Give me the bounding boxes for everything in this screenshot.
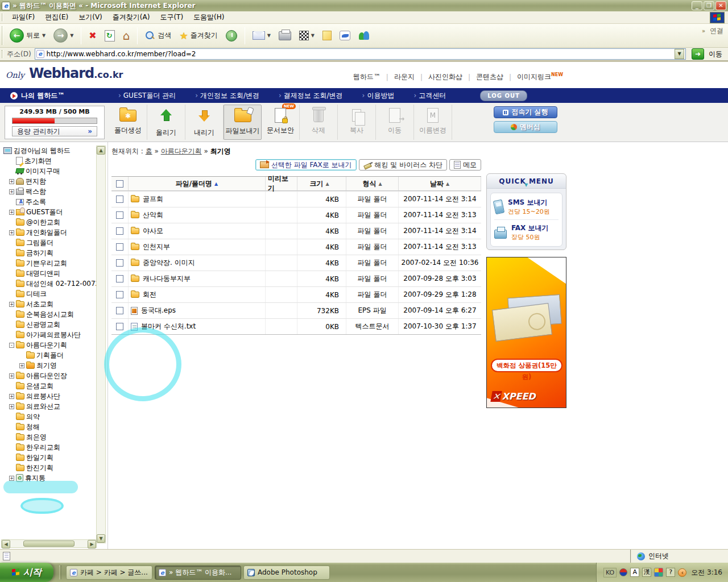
tree-item[interactable]: 초기화면 [1, 156, 97, 166]
checkbox[interactable] [116, 196, 123, 203]
tree-item[interactable]: +서초교회 [1, 299, 97, 309]
membership-button[interactable]: 멤버십 [494, 121, 557, 133]
action-button-5[interactable]: NEW문서보안 [262, 105, 300, 140]
ime-pad-icon[interactable] [654, 568, 663, 577]
file-name-cell[interactable]: 회전 [129, 287, 266, 302]
tree-expander-icon[interactable]: + [9, 404, 14, 409]
edit-button[interactable]: ▼ [296, 30, 317, 41]
tree-item-label[interactable]: 아가페의료봉사단 [26, 330, 81, 340]
scroll-down-icon[interactable]: ▼ [97, 534, 105, 543]
tree-item-label[interactable]: 편지함 [26, 177, 46, 186]
header-link[interactable]: 사진인화샵 [428, 72, 462, 82]
checkbox[interactable] [116, 227, 123, 235]
checkbox[interactable] [116, 259, 123, 267]
tree-item-label[interactable]: 청해 [26, 422, 40, 432]
tree-item-label[interactable]: 의약 [26, 412, 40, 422]
webhard-logo[interactable]: OnlyWebhard.co.kr [6, 65, 123, 81]
forward-dropdown-icon[interactable]: ▼ [70, 33, 73, 38]
tree-item[interactable]: +의료봉사단 [1, 391, 97, 401]
edit-dropdown-icon[interactable]: ▼ [311, 33, 315, 38]
history-button[interactable] [223, 29, 240, 43]
tree-item[interactable]: 신광명교회 [1, 319, 97, 330]
tree-item[interactable]: @이한교회 [1, 217, 97, 227]
taskbar-task-1[interactable]: e카페 > 카페 > 글쓰... [66, 566, 152, 580]
close-button[interactable]: ✕ [715, 1, 726, 10]
nav-link[interactable]: ›이용방법 [362, 92, 395, 99]
minimize-button[interactable]: _ [692, 1, 702, 10]
home-button[interactable]: ⌂ [120, 30, 133, 42]
menu-item[interactable]: 편집(E) [40, 11, 73, 23]
list-button-2[interactable]: 해킹 및 바이러스 차단 [359, 159, 447, 171]
tree-item[interactable]: 한진기획 [1, 463, 97, 473]
tree-vertical-scrollbar[interactable]: ▲ ▼ [96, 146, 106, 543]
file-name-cell[interactable]: 동국대.eps [129, 303, 266, 318]
checkbox[interactable] [116, 323, 123, 330]
restore-button[interactable]: ❐ [704, 1, 714, 10]
tree-expander-icon[interactable]: - [9, 343, 14, 348]
tree-item-label[interactable]: 기쁜우리교회 [26, 259, 67, 268]
tree-item[interactable]: 이미지구매 [1, 166, 97, 176]
tree-expander-icon[interactable]: + [9, 210, 14, 215]
tree-item[interactable]: +의료와선교 [1, 401, 97, 411]
launcher-button[interactable]: 접속기 실행 [494, 106, 557, 118]
breadcrumb-parent-link[interactable]: 아름다운기획 [161, 147, 202, 155]
logout-button[interactable]: LOG OUT [480, 90, 527, 101]
list-button-1[interactable]: 선택한 파일 FAX로 보내기 [255, 159, 357, 171]
tree-item[interactable]: 아가페의료봉사단 [1, 330, 97, 340]
tree-item[interactable]: 의약 [1, 411, 97, 422]
korean-ime-icon[interactable] [619, 568, 627, 576]
tree-item[interactable]: 디테크 [1, 289, 97, 299]
select-all-checkbox[interactable] [111, 177, 129, 190]
tray-collapse-icon[interactable]: ‹ [678, 568, 686, 577]
tree-item[interactable]: 대명디앤피 [1, 268, 97, 278]
tree-item[interactable]: +팩스함 [1, 186, 97, 197]
tree-item-label[interactable]: 대성인쇄 02-712-0072 [26, 279, 100, 289]
tree-item[interactable]: 금하기획 [1, 248, 97, 258]
tree-expander-icon[interactable]: + [9, 394, 14, 399]
mail-button[interactable]: ▼ [250, 30, 274, 41]
language-indicator[interactable]: KO [603, 568, 617, 577]
back-dropdown-icon[interactable]: ▼ [42, 33, 46, 38]
quick-menu-item[interactable]: SMS 보내기건당 15~20원 [494, 194, 559, 219]
print-button[interactable] [276, 30, 294, 41]
ime-help-icon[interactable]: ? [666, 568, 675, 577]
taskbar-task-3[interactable]: Adobe Photoshop [243, 566, 330, 580]
tree-item-label[interactable]: 한우리교회 [26, 443, 60, 452]
go-label[interactable]: 이동 [709, 49, 722, 59]
tree-item-label[interactable]: 대명디앤피 [26, 269, 60, 278]
address-input[interactable]: e http://www.webhard.co.kr/member/?load=… [35, 48, 686, 60]
tree-item-label[interactable]: 은샘교회 [26, 381, 53, 391]
taskbar-task-2[interactable]: e» 웹하드™ 이용화... [155, 566, 241, 580]
go-button[interactable]: ➜ [692, 48, 704, 60]
action-button-3[interactable]: 내리기 [185, 105, 224, 140]
nav-link[interactable]: ›결제정보 조회/변경 [279, 92, 343, 99]
manage-storage-button[interactable]: 용량 관리하기» [12, 126, 97, 136]
ime-hanja-toggle[interactable]: 漢 [642, 568, 651, 577]
scroll-right-icon[interactable]: ▶ [88, 540, 96, 548]
tree-item-label[interactable]: 아름다운인장 [26, 371, 67, 381]
column-header[interactable]: 크기▲ [297, 177, 346, 190]
tree-item[interactable]: 최은영 [1, 432, 97, 442]
checkbox[interactable] [116, 307, 123, 314]
tree-item-label[interactable]: @이한교회 [26, 218, 60, 227]
file-name-cell[interactable]: 인천지부 [129, 239, 266, 255]
messenger-button[interactable] [355, 30, 373, 42]
header-link[interactable]: 웹하드™ [353, 72, 380, 82]
sort-arrow-icon[interactable]: ▲ [325, 181, 329, 186]
menu-item[interactable]: 보기(V) [73, 11, 107, 23]
nav-link[interactable]: ›고객센터 [413, 92, 446, 99]
checkbox[interactable] [116, 275, 123, 282]
tree-item[interactable]: 은샘교회 [1, 381, 97, 391]
tree-item[interactable]: -아름다운기획 [1, 340, 97, 350]
address-url[interactable]: http://www.webhard.co.kr/member/?load=2 [47, 50, 672, 58]
column-header[interactable]: 형식▲ [346, 177, 399, 190]
tree-item-label[interactable]: 최은영 [26, 433, 47, 442]
discuss-button[interactable] [337, 30, 353, 41]
chevron-icon[interactable]: » [702, 28, 705, 34]
action-button-1[interactable]: ✱폴더생성 [109, 105, 147, 140]
action-button-4[interactable]: 파일보내기 [224, 105, 262, 140]
tree-item[interactable]: 기쁜우리교회 [1, 258, 97, 268]
tree-item[interactable]: +♻휴지통 [1, 473, 97, 483]
tree-item-label[interactable]: 순복음성시교회 [26, 310, 74, 319]
tree-expander-icon[interactable]: + [19, 363, 24, 368]
